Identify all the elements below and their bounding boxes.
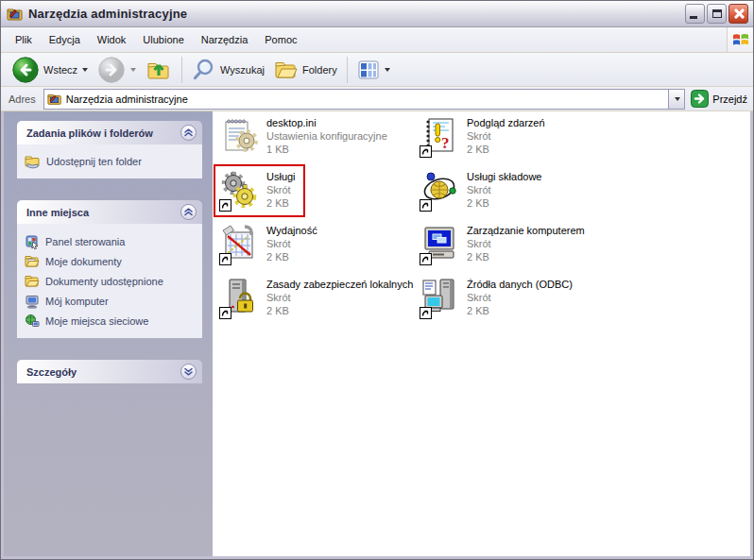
menu-plik[interactable]: Plik <box>7 31 41 48</box>
shortcut-arrow-icon <box>219 307 231 319</box>
shortcut-arrow-icon <box>420 307 432 319</box>
toolbar-separator <box>347 57 348 83</box>
folder-up-icon <box>146 57 172 83</box>
services-icon <box>218 168 260 212</box>
sidebar-item-label: Moje miejsca sieciowe <box>45 315 148 327</box>
sidebar-item-my-documents[interactable]: Moje dokumenty <box>23 251 198 271</box>
task-pane-sidebar: Zadania plików i folderów <box>4 111 213 556</box>
window-title: Narzędzia administracyjne <box>28 7 683 21</box>
address-value: Narzędzia administracyjne <box>66 93 669 105</box>
panel-details: Szczegóły <box>17 360 202 383</box>
menu-ulubione[interactable]: Ulubione <box>134 31 192 48</box>
file-component-services[interactable]: Usługi składowe Skrót 2 KB <box>419 168 619 222</box>
collapse-button[interactable] <box>180 125 197 141</box>
menu-narzedzia[interactable]: Narzędzia <box>193 31 257 48</box>
forward-dropdown-icon <box>130 68 136 72</box>
collapse-button[interactable] <box>180 204 197 220</box>
file-type: Skrót <box>266 237 317 250</box>
address-dropdown-button[interactable] <box>668 90 684 109</box>
address-combobox[interactable]: Narzędzia administracyjne <box>43 89 686 110</box>
computer-management-icon <box>419 222 460 265</box>
file-type: Skrót <box>467 291 573 304</box>
chevron-down-icon <box>183 366 194 377</box>
files-grid: desktop.ini Ustawienia konfiguracyjne 1 … <box>218 114 750 330</box>
search-icon <box>192 58 216 82</box>
menu-items: Plik Edycja Widok Ulubione Narzędzia Pom… <box>1 27 727 52</box>
panel-other-places-header[interactable]: Inne miejsca <box>17 200 202 224</box>
file-name: Wydajność <box>266 224 317 237</box>
sidebar-item-network-places[interactable]: Moje miejsca sieciowe <box>23 311 198 331</box>
go-label: Przejdź <box>712 93 747 105</box>
search-button[interactable]: Wyszukaj <box>187 56 269 84</box>
performance-icon <box>218 222 260 265</box>
svg-text:?: ? <box>441 134 450 152</box>
expand-button[interactable] <box>180 364 197 380</box>
minimize-button[interactable] <box>685 4 705 24</box>
explorer-window: Narzędzia administracyjne Plik Edycja Wi… <box>0 0 754 560</box>
address-label: Adres <box>9 93 36 105</box>
file-type: Skrót <box>467 237 585 250</box>
file-size: 2 KB <box>467 196 541 210</box>
panel-title: Szczegóły <box>26 366 77 378</box>
file-name: Zarządzanie komputerem <box>467 224 585 237</box>
file-size: 1 KB <box>266 143 387 156</box>
addressbar: Adres Narzędzia administracyjne Przejdź <box>1 87 753 111</box>
file-odbc-data-sources[interactable]: Źródła danych (ODBC) Skrót 2 KB <box>419 276 619 330</box>
admin-tools-folder-icon <box>47 92 62 107</box>
file-computer-management[interactable]: Zarządzanie komputerem Skrót 2 KB <box>419 222 619 276</box>
maximize-button[interactable] <box>707 4 727 24</box>
menu-edycja[interactable]: Edycja <box>41 31 89 48</box>
shortcut-arrow-icon <box>219 253 231 265</box>
file-desktop-ini[interactable]: desktop.ini Ustawienia konfiguracyjne 1 … <box>218 114 419 168</box>
panel-title: Zadania plików i folderów <box>26 127 153 139</box>
shortcut-arrow-icon <box>420 145 432 158</box>
file-type: Skrót <box>266 291 413 304</box>
file-size: 2 KB <box>266 304 413 317</box>
sidebar-item-label: Panel sterowania <box>45 236 125 247</box>
file-size: 2 KB <box>467 304 573 317</box>
titlebar[interactable]: Narzędzia administracyjne <box>1 1 753 27</box>
views-dropdown-icon <box>385 68 390 72</box>
minimize-icon <box>690 16 697 19</box>
toolbar-separator <box>181 57 182 83</box>
panel-file-tasks-header[interactable]: Zadania plików i folderów <box>17 121 202 144</box>
shortcut-arrow-icon <box>420 253 432 265</box>
search-label: Wyszukaj <box>220 64 265 76</box>
panel-title: Inne miejsca <box>26 207 89 218</box>
up-button[interactable] <box>141 55 177 85</box>
views-button[interactable] <box>352 57 395 83</box>
content-area: Zadania plików i folderów <box>1 111 753 559</box>
event-viewer-icon: ? <box>419 114 460 158</box>
shortcut-arrow-icon <box>420 199 432 212</box>
menubar: Plik Edycja Widok Ulubione Narzędzia Pom… <box>1 27 753 53</box>
panel-other-places-body: Panel sterowania Moje dokumenty <box>17 224 202 338</box>
file-event-viewer[interactable]: ? Podgląd zdarzeń Skrót 2 KB <box>419 114 619 168</box>
close-button[interactable] <box>728 4 748 24</box>
file-list-area: desktop.ini Ustawienia konfiguracyjne 1 … <box>213 111 750 556</box>
back-button[interactable]: Wstecz <box>7 54 93 86</box>
folders-button[interactable]: Foldery <box>269 56 342 84</box>
windows-logo-icon <box>732 31 749 48</box>
file-services[interactable]: Usługi Skrót 2 KB <box>218 168 419 222</box>
menu-pomoc[interactable]: Pomoc <box>256 31 305 48</box>
my-documents-icon <box>25 254 40 269</box>
shared-folder-icon <box>25 155 41 169</box>
views-icon <box>357 59 380 81</box>
sidebar-item-label: Udostępnij ten folder <box>46 156 142 167</box>
file-name: Źródła danych (ODBC) <box>467 278 573 291</box>
file-performance[interactable]: Wydajność Skrót 2 KB <box>218 222 419 276</box>
sidebar-item-shared-documents[interactable]: Dokumenty udostępnione <box>23 271 198 291</box>
sidebar-item-share-folder[interactable]: Udostępnij ten folder <box>23 152 198 171</box>
file-local-security-policy[interactable]: Zasady zabezpieczeń lokalnych Skrót 2 KB <box>218 276 419 330</box>
component-services-icon <box>419 168 460 212</box>
go-button[interactable]: Przejdź <box>691 90 747 108</box>
forward-button[interactable] <box>93 54 141 86</box>
panel-details-header[interactable]: Szczegóły <box>17 360 202 383</box>
sidebar-item-control-panel[interactable]: Panel sterowania <box>23 231 198 251</box>
menu-widok[interactable]: Widok <box>89 31 135 48</box>
maximize-icon <box>712 9 722 18</box>
sidebar-item-my-computer[interactable]: Mój komputer <box>23 291 198 311</box>
odbc-data-sources-icon <box>419 276 460 319</box>
chevron-up-icon <box>183 207 194 217</box>
go-arrow-icon <box>691 90 709 108</box>
